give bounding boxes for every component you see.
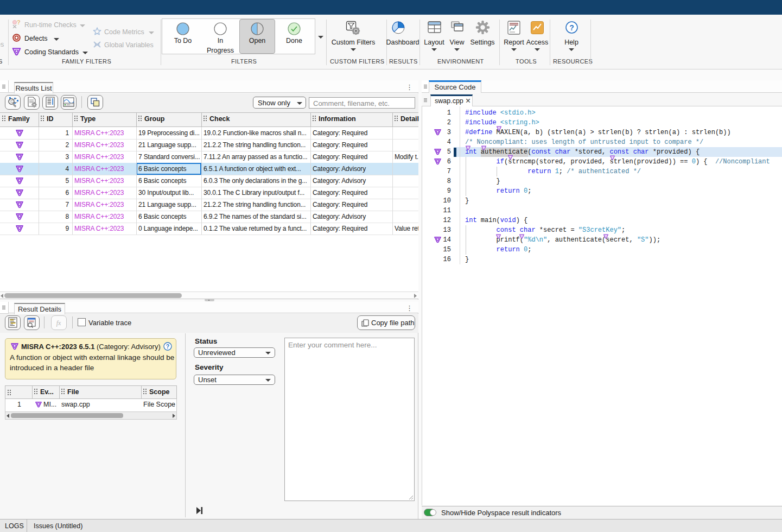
svg-text:?: ? [17, 20, 21, 26]
svg-text:?: ? [569, 23, 574, 32]
svg-text:fx: fx [56, 319, 61, 327]
svg-text:?: ? [166, 343, 169, 350]
